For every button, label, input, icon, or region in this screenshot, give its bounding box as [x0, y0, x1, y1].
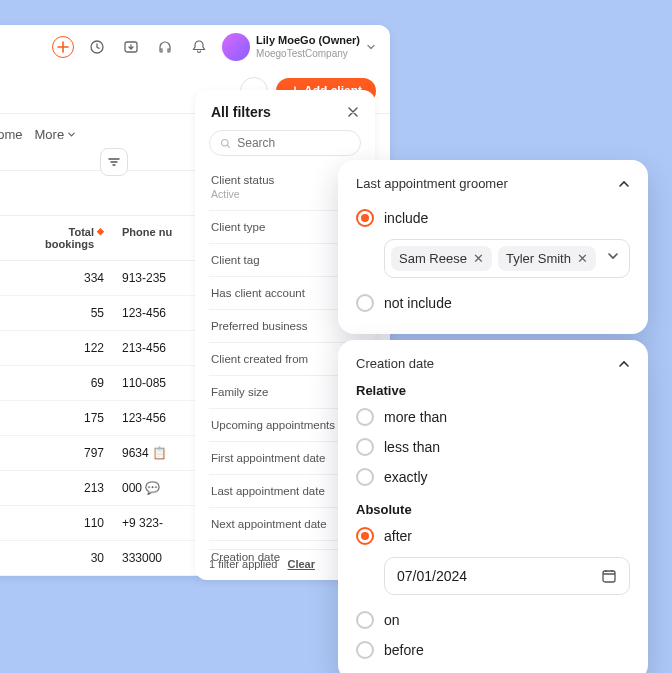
cell-bookings: 175: [24, 411, 114, 425]
radio-icon: [356, 641, 374, 659]
chevron-up-icon[interactable]: [618, 358, 630, 370]
cell-bookings: 334: [24, 271, 114, 285]
chevron-down-icon: [366, 42, 376, 52]
radio-icon: [356, 438, 374, 456]
radio-on[interactable]: on: [356, 605, 630, 635]
top-header: Lily MoeGo (Owner) MoegoTestCompany: [0, 25, 390, 69]
filters-title: All filters: [211, 104, 271, 120]
search-input[interactable]: [209, 130, 361, 156]
inbox-icon[interactable]: [120, 36, 142, 58]
date-value: 07/01/2024: [397, 568, 467, 584]
date-input[interactable]: 07/01/2024: [384, 557, 630, 595]
user-menu[interactable]: Lily MoeGo (Owner) MoegoTestCompany: [222, 33, 376, 61]
radio-after[interactable]: after: [356, 521, 630, 551]
card-title: Last appointment groomer: [356, 176, 508, 191]
applied-count: 1 filter applied: [209, 558, 278, 570]
cell-bookings: 213: [24, 481, 114, 495]
cell-bookings: 55: [24, 306, 114, 320]
remove-tag-icon[interactable]: ✕: [473, 251, 484, 266]
cell-bookings: 797: [24, 446, 114, 460]
avatar: [222, 33, 250, 61]
chevron-down-icon[interactable]: [607, 250, 619, 262]
column-welcome[interactable]: t welcome: [0, 127, 23, 142]
cell-bookings: 110: [24, 516, 114, 530]
cell-bookings: 122: [24, 341, 114, 355]
chevron-up-icon[interactable]: [618, 178, 630, 190]
chevron-down-icon: [67, 130, 76, 139]
radio-more-than[interactable]: more than: [356, 402, 630, 432]
search-icon: [220, 137, 231, 150]
card-title: Creation date: [356, 356, 434, 371]
cell-bookings: 69: [24, 376, 114, 390]
clear-button[interactable]: Clear: [288, 558, 316, 570]
clock-icon[interactable]: [86, 36, 108, 58]
groomer-filter-card: Last appointment groomer include Sam Ree…: [338, 160, 648, 334]
radio-icon: [356, 468, 374, 486]
filter-icon[interactable]: [100, 148, 128, 176]
radio-include[interactable]: include: [356, 203, 630, 233]
groomer-tag-select[interactable]: Sam Reese ✕ Tyler Smith ✕: [384, 239, 630, 278]
headset-icon[interactable]: [154, 36, 176, 58]
close-icon[interactable]: [347, 106, 359, 118]
radio-icon: [356, 294, 374, 312]
section-relative: Relative: [356, 383, 630, 398]
radio-less-than[interactable]: less than: [356, 432, 630, 462]
remove-tag-icon[interactable]: ✕: [577, 251, 588, 266]
creation-date-card: Creation date Relative more than less th…: [338, 340, 648, 673]
user-company: MoegoTestCompany: [256, 48, 360, 60]
tag-chip: Tyler Smith ✕: [498, 246, 596, 271]
col-header[interactable]: Total bookings ◆: [24, 226, 114, 250]
radio-icon: [356, 527, 374, 545]
bell-icon[interactable]: [188, 36, 210, 58]
radio-exactly[interactable]: exactly: [356, 462, 630, 492]
tag-chip: Sam Reese ✕: [391, 246, 492, 271]
user-name: Lily MoeGo (Owner): [256, 34, 360, 47]
radio-icon: [356, 611, 374, 629]
svg-rect-7: [603, 571, 615, 582]
radio-not-include[interactable]: not include: [356, 288, 630, 318]
more-menu[interactable]: More: [35, 127, 77, 142]
section-absolute: Absolute: [356, 502, 630, 517]
radio-icon: [356, 408, 374, 426]
sort-icon: ◆: [97, 226, 104, 250]
col-header[interactable]: king: [0, 226, 24, 250]
plus-icon[interactable]: [52, 36, 74, 58]
radio-before[interactable]: before: [356, 635, 630, 665]
cell-bookings: 30: [24, 551, 114, 565]
calendar-icon: [601, 568, 617, 584]
radio-icon: [356, 209, 374, 227]
